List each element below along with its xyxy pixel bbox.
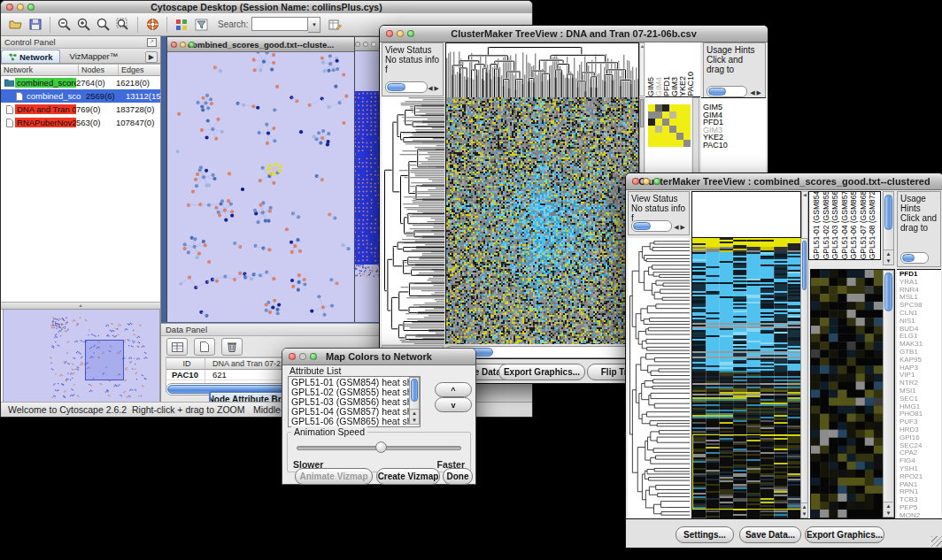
view-status-scrollbar[interactable] <box>631 220 672 232</box>
close-icon[interactable] <box>289 353 296 360</box>
column-label[interactable]: GPL51-04 (GSM857) <box>840 191 850 259</box>
main-titlebar[interactable]: Cytoscape Desktop (Session Name: collins… <box>1 1 532 14</box>
animation-speed-group: Animation Speed Slower Faster <box>287 432 471 472</box>
usage-hints-scrollbar[interactable] <box>706 86 747 97</box>
usage-hints-title: Usage Hints <box>900 194 938 213</box>
animate-vizmap-button[interactable]: Animate Vizmap <box>295 468 373 485</box>
birdseye-view[interactable] <box>3 309 160 403</box>
mini-vscroll[interactable]: ▲ <box>639 42 645 96</box>
usage-hints-scrollbar[interactable] <box>900 252 929 264</box>
network-list-row[interactable]: combined_sco2569(6)13112(15) <box>1 89 160 103</box>
attribute-list-scrollbar[interactable]: ▲▼ <box>409 377 420 425</box>
minimize-icon[interactable] <box>643 178 650 185</box>
column-label[interactable]: GPL51-03 (GSM856) <box>830 191 840 259</box>
close-icon[interactable] <box>6 4 13 11</box>
column-dendrogram[interactable] <box>445 42 639 98</box>
zoom-window-icon[interactable] <box>653 178 660 185</box>
attribute-listbox[interactable]: GPL51-01 (GSM854) heat shock 05 minGPL51… <box>288 376 421 427</box>
minimize-icon[interactable] <box>397 30 404 37</box>
dense-network-canvas[interactable] <box>352 51 381 322</box>
close-icon[interactable] <box>632 178 639 185</box>
background-network-window[interactable] <box>351 36 382 322</box>
view-status-scrollbar[interactable] <box>385 81 428 93</box>
slider-thumb[interactable] <box>375 441 387 453</box>
resize-grip[interactable] <box>931 536 942 547</box>
vizmapper-button[interactable] <box>173 16 190 34</box>
tab-network[interactable]: Network <box>1 50 60 63</box>
matrix-cell <box>648 133 655 140</box>
treeview1-titlebar[interactable]: ClusterMaker TreeView : DNA and Tran 07-… <box>380 26 768 42</box>
network-table-header[interactable]: Network Nodes Edges <box>1 64 160 76</box>
save-button[interactable] <box>27 16 44 34</box>
heatmap-vscrollbar[interactable]: ▲▼ <box>800 238 808 518</box>
search-input[interactable] <box>251 17 308 31</box>
close-icon[interactable] <box>171 42 177 48</box>
export-graphics-button[interactable]: Export Graphics... <box>498 364 585 380</box>
open-file-button[interactable] <box>7 16 25 34</box>
tab-overflow-button[interactable]: ▶ <box>145 51 158 63</box>
zoom-in-button[interactable] <box>75 16 93 34</box>
row-dendrogram[interactable] <box>382 97 444 344</box>
zoom-selected-button[interactable] <box>95 16 112 34</box>
new-attribute-icon[interactable] <box>194 338 215 356</box>
column-label[interactable]: GPL51-01 (GSM854) <box>812 191 822 259</box>
help-lifering-icon[interactable] <box>143 16 161 34</box>
attribute-editor-button[interactable] <box>326 16 344 34</box>
heatmap-global-view[interactable] <box>691 238 801 518</box>
gene-label[interactable]: PAC10 <box>703 142 728 150</box>
search-dropdown-button[interactable]: ▼ <box>308 17 320 33</box>
scroll-arrows[interactable]: ◀▶ <box>674 222 687 232</box>
minimize-icon[interactable] <box>363 42 368 47</box>
trash-icon[interactable] <box>221 338 243 356</box>
zoom-fit-button[interactable] <box>114 16 132 34</box>
done-button[interactable]: Done <box>443 468 473 485</box>
column-label[interactable]: GPL51-02 (GSM855) <box>822 191 831 259</box>
network-view-titlebar[interactable]: combined_scores_good.txt--cluste... <box>167 37 354 52</box>
column-label[interactable]: PAC10 <box>687 72 695 96</box>
zoom-window-icon[interactable] <box>310 353 317 360</box>
minimize-icon[interactable] <box>17 4 24 11</box>
minimize-icon[interactable] <box>299 353 306 360</box>
close-icon[interactable] <box>386 30 393 37</box>
dialog-titlebar[interactable]: Map Colors to Network <box>282 349 475 365</box>
column-labels-panel: GPL51-01 (GSM854)GPL51-02 (GSM855)GPL51-… <box>808 191 881 260</box>
row-dendrogram[interactable] <box>628 238 690 518</box>
zoom-window-icon[interactable] <box>407 30 414 37</box>
treeview2-titlebar[interactable]: ClusterMaker TreeView : combined_scores_… <box>626 173 942 190</box>
zoom-out-button[interactable] <box>56 16 73 34</box>
network-list-row[interactable]: DNA and Tran 07769(0)183728(0) <box>1 103 160 116</box>
move-up-button[interactable]: ^ <box>435 382 472 397</box>
zoom-vscrollbar[interactable]: ▲▼ <box>883 270 894 518</box>
scroll-arrows[interactable]: ◀▶ <box>750 88 763 97</box>
create-vizmap-button[interactable]: Create Vizmap <box>376 468 440 485</box>
filter-button[interactable] <box>192 16 210 34</box>
column-label[interactable]: GPL51-07 (GSM868) <box>859 191 869 259</box>
matrix-cell <box>648 111 655 119</box>
speed-slider[interactable] <box>297 446 461 450</box>
status-hint-pan: Middle- <box>253 404 283 415</box>
matrix-cell <box>669 126 676 133</box>
correlation-matrix[interactable] <box>648 104 691 147</box>
network-canvas[interactable] <box>167 52 354 322</box>
network-list-row[interactable]: combined_scores2764(0)16218(0) <box>1 76 160 89</box>
move-down-button[interactable]: v <box>435 397 472 412</box>
heatmap-global-view[interactable] <box>445 97 639 344</box>
minimize-icon[interactable] <box>180 42 186 48</box>
network-list-row[interactable]: RNAPuberNov2+I563(0)107847(0) <box>1 116 160 129</box>
float-panel-icon[interactable]: ↗ <box>147 38 157 47</box>
column-label[interactable]: GPL51-08 (GSM872) <box>868 191 877 259</box>
settings-button[interactable]: Settings... <box>676 526 734 543</box>
column-label[interactable]: GPL51-06 (GSM865) <box>849 191 859 259</box>
export-graphics-button[interactable]: Export Graphics... <box>805 526 884 543</box>
zoom-window-icon[interactable] <box>189 42 195 48</box>
close-icon[interactable] <box>355 42 360 47</box>
save-data-button[interactable]: Save Data... <box>739 526 801 543</box>
scroll-arrows[interactable]: ◀▶ <box>428 83 441 93</box>
column-labels-scrollbar[interactable]: ▲▼ <box>883 191 894 265</box>
tab-vizmapper[interactable]: VizMapper™ <box>60 50 127 63</box>
heatmap-zoom-view[interactable] <box>811 270 883 518</box>
zoom-window-icon[interactable] <box>27 4 35 11</box>
zoom-window-icon[interactable] <box>371 42 376 47</box>
search-combobox[interactable]: ▼ <box>251 17 320 33</box>
attribute-table-icon[interactable] <box>166 338 188 356</box>
